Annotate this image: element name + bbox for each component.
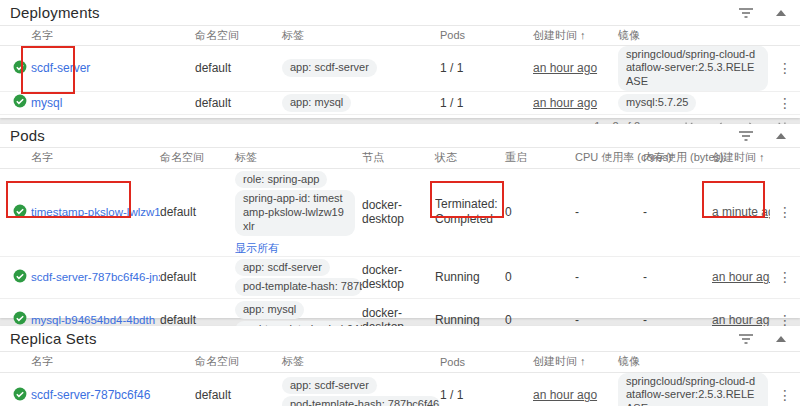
filter-icon[interactable] (738, 332, 754, 346)
column-header-created[interactable]: 创建时间↑ (533, 26, 618, 45)
cell-pods: 1 / 1 (440, 91, 533, 114)
row-menu-icon[interactable]: ⋮ (770, 168, 800, 256)
pod-link[interactable]: timestamp-pkslow-lwlzw19xlr (31, 206, 160, 218)
cell-restarts: 0 (505, 168, 575, 256)
column-header-images: 镜像 (618, 26, 770, 45)
column-header-restarts[interactable]: 重启 (505, 148, 575, 168)
cell-name: mysql (31, 91, 195, 114)
collapse-icon[interactable] (776, 336, 786, 342)
column-header-pods[interactable]: Pods (440, 352, 533, 372)
cell-status: Terminated: Completed (435, 168, 505, 256)
label-chip: role: spring-app (235, 171, 327, 189)
deployment-link[interactable]: scdf-server (31, 61, 90, 75)
cell-cpu: - (575, 256, 643, 299)
relative-time-link[interactable]: an hour ago (712, 313, 770, 327)
column-header-namespace[interactable]: 命名空间 (195, 26, 282, 45)
cell-restarts: 0 (505, 256, 575, 299)
cell-status-icon (0, 168, 31, 256)
column-header-namespace[interactable]: 命名空间 (160, 148, 235, 168)
relative-time-link[interactable]: an hour ago (533, 61, 597, 75)
cell-name: scdf-server-787bc6f46-jnxjp (31, 256, 160, 299)
column-header-name[interactable]: 名字 (31, 26, 195, 45)
filter-icon[interactable] (738, 6, 754, 20)
row-menu-icon[interactable]: ⋮ (770, 45, 800, 91)
image-chip: springcloud/spring-cloud-dataflow-server… (618, 373, 768, 406)
column-header-labels: 标签 (282, 352, 440, 372)
row-menu-icon[interactable]: ⋮ (770, 256, 800, 299)
cell-created: an hour ago (533, 45, 618, 91)
column-header-status[interactable]: 状态 (435, 148, 505, 168)
cell-name: scdf-server-787bc6f46 (31, 372, 195, 406)
column-header-status-icon (0, 352, 31, 372)
table-row: timestamp-pkslow-lwlzw19xlr default role… (0, 168, 800, 256)
cell-status-icon (0, 256, 31, 299)
label-chip: pod-template-hash: 787bc6f46 (282, 396, 440, 406)
cell-status: Running (435, 256, 505, 299)
cell-images: mysql:5.7.25 (618, 91, 770, 114)
column-header-status-icon (0, 148, 31, 168)
collapse-icon[interactable] (776, 133, 786, 139)
check-circle-icon (13, 60, 27, 74)
table-row: scdf-server default app: scdf-server 1 /… (0, 45, 800, 91)
column-header-name[interactable]: 名字 (31, 352, 195, 372)
collapse-icon[interactable] (776, 10, 786, 16)
pods-table: 名字 命名空间 标签 节点 状态 重启 CPU 使用率 (cores) 内存使用… (0, 148, 800, 342)
cell-created: an hour ago (712, 256, 770, 299)
column-header-namespace[interactable]: 命名空间 (195, 352, 282, 372)
sort-ascending-icon: ↑ (759, 151, 765, 163)
table-row: scdf-server-787bc6f46-jnxjp default app:… (0, 256, 800, 299)
row-menu-icon[interactable]: ⋮ (770, 91, 800, 114)
table-row: mysql default app: mysql 1 / 1 an hour a… (0, 91, 800, 114)
check-circle-icon (13, 387, 27, 401)
show-all-labels-link[interactable]: 显示所有 (235, 241, 279, 256)
label-chip: app: mysql (282, 94, 351, 112)
deployment-link[interactable]: mysql (31, 96, 62, 110)
section-title-replicasets: Replica Sets (10, 330, 97, 347)
column-header-created[interactable]: 创建时间↑ (533, 352, 618, 372)
cell-pods: 1 / 1 (440, 372, 533, 406)
deployments-table: 名字 命名空间 标签 Pods 创建时间↑ 镜像 scdf-server def… (0, 26, 800, 115)
sort-ascending-icon: ↑ (580, 29, 586, 41)
replicaset-link[interactable]: scdf-server-787bc6f46 (31, 388, 150, 402)
check-circle-icon (13, 204, 27, 218)
cell-created: an hour ago (533, 372, 618, 406)
column-header-labels: 标签 (282, 26, 440, 45)
column-header-pods[interactable]: Pods (440, 26, 533, 45)
filter-icon[interactable] (738, 129, 754, 143)
column-header-status-icon (0, 26, 31, 45)
label-chip: app: mysql (235, 301, 304, 319)
check-circle-icon (13, 94, 27, 108)
cell-namespace: default (160, 168, 235, 256)
cell-created: an hour ago (533, 91, 618, 114)
check-circle-icon (13, 269, 27, 283)
label-chip: app: scdf-server (235, 259, 330, 277)
relative-time-link[interactable]: an hour ago (712, 270, 770, 284)
column-header-actions (770, 148, 800, 168)
cell-name: scdf-server (31, 45, 195, 91)
label-chip: pod-template-hash: 787bc6f46 (235, 278, 362, 296)
replicasets-header-bar: Replica Sets (0, 326, 800, 352)
cell-namespace: default (195, 372, 282, 406)
image-chip: mysql:5.7.25 (618, 94, 696, 112)
deployments-section: Deployments 名字 命名空间 标签 Pods 创建时间↑ 镜像 scd… (0, 0, 800, 118)
cell-node: docker-desktop (362, 256, 435, 299)
cell-memory: - (643, 256, 712, 299)
row-menu-icon[interactable]: ⋮ (770, 372, 800, 406)
column-header-images: 镜像 (618, 352, 770, 372)
cell-namespace: default (160, 256, 235, 299)
column-header-memory: 内存使用 (bytes) (643, 148, 712, 168)
column-header-name[interactable]: 名字 (31, 148, 160, 168)
cell-pods: 1 / 1 (440, 45, 533, 91)
relative-time-link[interactable]: a minute ago (712, 205, 770, 219)
column-header-node[interactable]: 节点 (362, 148, 435, 168)
pod-link[interactable]: scdf-server-787bc6f46-jnxjp (31, 271, 160, 283)
column-header-created[interactable]: 创建时间↑ (712, 148, 770, 168)
replicasets-header-row: 名字 命名空间 标签 Pods 创建时间↑ 镜像 (0, 352, 800, 372)
relative-time-link[interactable]: an hour ago (533, 388, 597, 402)
relative-time-link[interactable]: an hour ago (533, 96, 597, 110)
cell-namespace: default (195, 91, 282, 114)
pod-link[interactable]: mysql-b94654bd4-4bdth (31, 314, 155, 326)
cell-images: springcloud/spring-cloud-dataflow-server… (618, 45, 770, 91)
column-header-actions (770, 352, 800, 372)
column-header-actions (770, 26, 800, 45)
